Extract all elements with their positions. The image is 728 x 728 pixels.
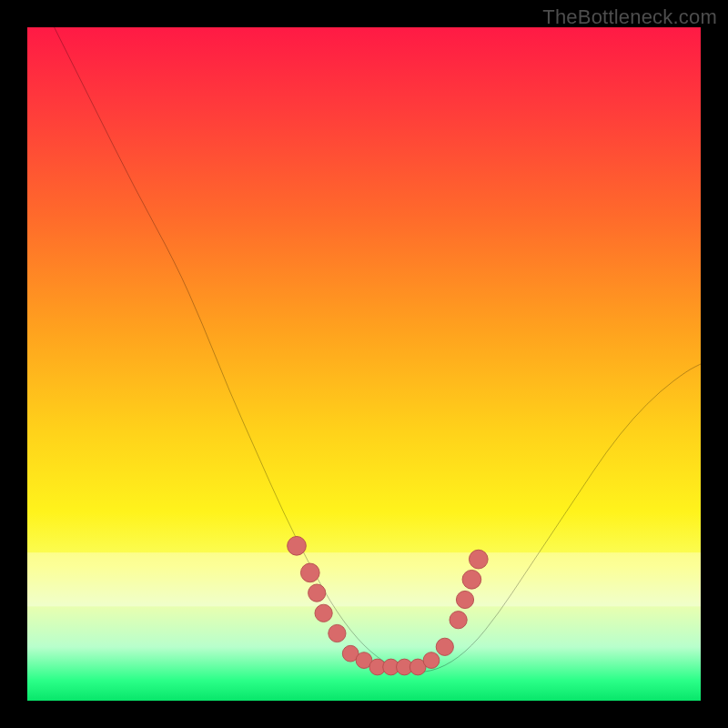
highlight-bands-group	[27, 552, 701, 606]
watermark-text: TheBottleneck.com	[542, 5, 717, 29]
chart-svg	[27, 27, 701, 701]
curve-marker	[329, 624, 346, 642]
curve-marker	[450, 612, 467, 629]
chart-plot-area	[27, 27, 701, 701]
curve-marker	[469, 550, 488, 569]
curve-marker	[300, 563, 319, 582]
curve-marker	[456, 591, 473, 608]
chart-frame: TheBottleneck.com	[0, 0, 728, 728]
highlight-band	[27, 552, 701, 606]
curve-marker	[423, 652, 440, 669]
curve-marker	[288, 536, 307, 555]
curve-marker	[462, 570, 481, 589]
curve-marker	[308, 584, 326, 602]
curve-marker	[436, 638, 453, 655]
curve-marker	[315, 604, 332, 622]
